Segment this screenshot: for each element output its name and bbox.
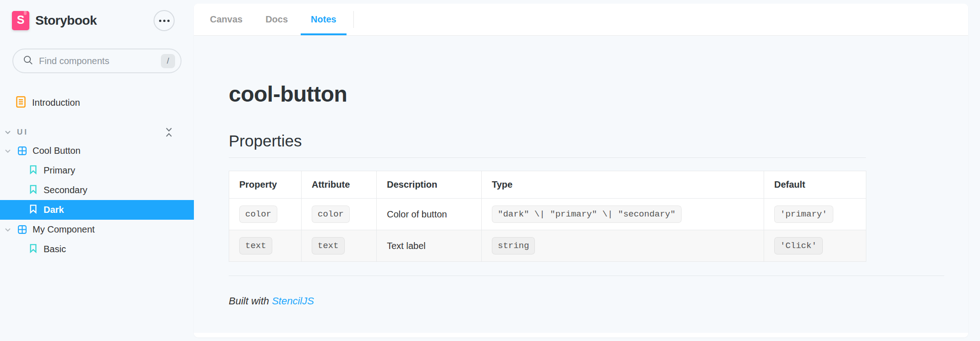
sidebar-component-my-component[interactable]: My Component <box>0 220 194 239</box>
sidebar-item-label: Introduction <box>32 97 80 108</box>
story-label: Basic <box>44 244 66 254</box>
sidebar-item-introduction[interactable]: Introduction <box>0 92 194 113</box>
chevron-down-icon <box>5 227 11 233</box>
story-label: Secondary <box>44 185 88 195</box>
col-header-description: Description <box>377 171 482 199</box>
stenciljs-link[interactable]: StencilJS <box>272 295 314 307</box>
table-row: color color Color of button "dark" \| "p… <box>229 199 866 230</box>
code-chip: text <box>312 237 345 254</box>
document-icon <box>16 96 26 110</box>
col-header-type: Type <box>482 171 764 199</box>
search-input[interactable]: Find components / <box>12 49 182 73</box>
section-title-properties: Properties <box>229 132 866 158</box>
component-label: My Component <box>33 224 95 235</box>
search-icon <box>23 55 33 67</box>
table-header-row: Property Attribute Description Type Defa… <box>229 171 866 199</box>
built-with-text: Built with <box>229 295 272 307</box>
storybook-logo-icon: S <box>12 11 29 30</box>
bookmark-icon <box>29 204 37 216</box>
code-chip: color <box>239 206 277 223</box>
cell-description: Color of button <box>377 199 482 230</box>
component-icon <box>17 225 27 234</box>
collapse-all-icon[interactable] <box>165 128 173 137</box>
preview-panel: Canvas Docs Notes cool-button Properties… <box>194 4 968 337</box>
tab-canvas[interactable]: Canvas <box>200 4 253 35</box>
bookmark-icon <box>29 244 37 255</box>
sidebar-story-basic[interactable]: Basic <box>0 239 194 259</box>
bookmark-icon <box>29 165 37 176</box>
sidebar-story-primary[interactable]: Primary <box>0 161 194 180</box>
tab-divider <box>353 11 354 28</box>
tab-notes[interactable]: Notes <box>301 4 347 35</box>
story-label: Dark <box>44 205 64 215</box>
sidebar-component-cool-button[interactable]: Cool Button <box>0 141 194 161</box>
code-chip: 'primary' <box>774 206 833 223</box>
chevron-down-icon <box>5 129 11 135</box>
sidebar-story-dark-selected[interactable]: Dark <box>0 200 194 220</box>
story-label: Primary <box>44 165 75 176</box>
notes-content: cool-button Properties Property Attribut… <box>194 36 968 333</box>
sidebar-group-ui[interactable]: UI <box>0 124 194 141</box>
footer-divider <box>229 276 944 276</box>
col-header-default: Default <box>764 171 866 199</box>
search-placeholder: Find components <box>39 56 161 66</box>
chevron-down-icon <box>5 148 11 154</box>
code-chip: 'Click' <box>774 237 823 254</box>
code-chip: text <box>239 237 272 254</box>
col-header-attribute: Attribute <box>302 171 377 199</box>
ellipsis-icon <box>159 20 161 22</box>
table-row: text text Text label string 'Click' <box>229 230 866 262</box>
tab-docs[interactable]: Docs <box>255 4 298 35</box>
code-chip: color <box>312 206 350 223</box>
bookmark-icon <box>29 184 37 196</box>
sidebar: S Storybook Find components / Introducti… <box>0 0 194 341</box>
search-shortcut-key: / <box>161 54 175 68</box>
component-label: Cool Button <box>33 146 81 156</box>
shortcuts-menu-button[interactable] <box>154 10 175 31</box>
cell-description: Text label <box>377 230 482 262</box>
group-label: UI <box>17 128 28 137</box>
col-header-property: Property <box>229 171 302 199</box>
panel-bottom-strip <box>194 333 968 337</box>
built-with-note: Built with StencilJS <box>229 295 968 307</box>
storybook-app: S Storybook Find components / Introducti… <box>0 0 980 341</box>
code-chip: string <box>492 237 535 254</box>
page-title: cool-button <box>229 81 968 107</box>
properties-table: Property Attribute Description Type Defa… <box>229 171 866 262</box>
code-chip: "dark" \| "primary" \| "secondary" <box>492 206 682 223</box>
component-icon <box>17 146 27 156</box>
brand-row: S Storybook <box>0 10 194 31</box>
sidebar-story-secondary[interactable]: Secondary <box>0 180 194 200</box>
brand-title: Storybook <box>35 13 97 28</box>
storybook-brand[interactable]: S Storybook <box>12 11 97 30</box>
tab-bar: Canvas Docs Notes <box>194 4 968 36</box>
